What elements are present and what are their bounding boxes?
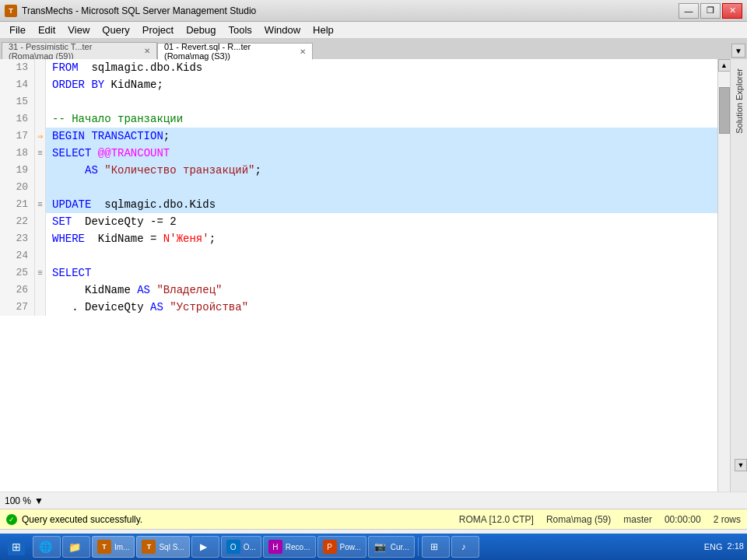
line-number-20: 20 [0,179,35,196]
code-lines: 13 FROM sqlmagic.dbo.Kids 14 ORDER BY Ki… [0,59,717,316]
code-line-13: 13 FROM sqlmagic.dbo.Kids [0,59,717,76]
line-number-24: 24 [0,247,35,264]
taskbar-cam-label: Cur... [391,543,409,551]
menu-query[interactable]: Query [96,23,135,37]
line-content-18[interactable]: SELECT @@TRANCOUNT [46,145,717,162]
line-content-26[interactable]: KidName AS "Владелец" [46,282,717,299]
menu-edit[interactable]: Edit [32,23,61,37]
line-number-13: 13 [0,59,35,76]
line-content-14[interactable]: ORDER BY KidName; [46,76,717,93]
taskbar-hreco-label: Reco... [286,543,310,551]
hreco-icon: H [268,540,282,554]
code-line-26: 26 KidName AS "Владелец" [0,282,717,299]
tab-1[interactable]: 31 - Pessimistic T...ter (Roma\mag (59))… [2,42,157,59]
taskbar-start[interactable]: ⊞ [3,536,31,558]
line-number-25: 25 [0,264,35,282]
line-number-27: 27 [0,299,35,316]
scroll-down-button[interactable]: ▼ [735,459,747,471]
zoom-dropdown[interactable]: ▼ [34,495,44,506]
scroll-up-button[interactable]: ▲ [718,59,731,72]
taskbar-clock: 2:18 [728,541,744,551]
line-content-21[interactable]: UPDATE sqlmagic.dbo.Kids [46,196,717,213]
status-connection: Roma\mag (59) [546,514,611,525]
tab-bar: 31 - Pessimistic T...ter (Roma\mag (59))… [0,39,747,59]
ssms2-icon: T [142,540,156,554]
line-content-22[interactable]: SET DeviceQty -= 2 [46,213,717,230]
taskbar-hreco[interactable]: H Reco... [263,536,316,558]
line-number-16: 16 [0,110,35,128]
menu-help[interactable]: Help [307,23,340,37]
menu-window[interactable]: Window [258,23,307,37]
status-info: ROMA [12.0 CTP] Roma\mag (59) master 00:… [459,514,741,525]
line-content-17[interactable]: BEGIN TRANSACTION; [46,128,717,145]
line-content-25[interactable]: SELECT [46,264,717,282]
taskbar-ppt[interactable]: P Pow... [317,536,366,558]
taskbar-outlook[interactable]: O O... [221,536,261,558]
line-content-15[interactable] [46,93,717,110]
vertical-scrollbar[interactable]: ▲ ▼ [717,59,730,492]
status-text: Query executed successfully. [22,514,142,525]
code-line-15: 15 [0,93,717,110]
line-number-26: 26 [0,282,35,299]
restore-button[interactable]: ❐ [700,3,721,19]
line-content-24[interactable] [46,247,717,264]
line-indicator-18: ≡ [35,145,46,162]
code-editor[interactable]: 13 FROM sqlmagic.dbo.Kids 14 ORDER BY Ki… [0,59,717,492]
code-line-19: 19 AS "Количество транзакций"; [0,162,717,179]
tab-1-close[interactable]: ✕ [144,47,150,55]
tab-overflow-button[interactable]: ▼ [731,44,745,58]
close-button[interactable]: ✕ [722,3,742,19]
line-indicator-20 [35,179,46,196]
taskbar-ssms1[interactable]: T Im... [92,536,135,558]
line-indicator-26 [35,282,46,299]
line-number-23: 23 [0,230,35,247]
line-number-22: 22 [0,213,35,230]
taskbar-speaker[interactable]: ♪ [451,536,479,558]
ppt-icon: P [323,540,337,554]
line-indicator-19 [35,162,46,179]
ssms1-icon: T [97,540,111,554]
tab-2-label: 01 - Revert.sql - R...ter (Roma\mag (S3)… [164,42,293,61]
taskbar-cam[interactable]: 📷 Cur... [368,536,415,558]
code-line-22: 22 SET DeviceQty -= 2 [0,213,717,230]
status-time: 00:00:00 [665,514,701,525]
window-controls: — ❐ ✕ [679,3,742,19]
line-indicator-27 [35,299,46,316]
start-icon: ⊞ [8,538,25,555]
menu-file[interactable]: File [3,23,32,37]
line-content-23[interactable]: WHERE KidName = N'Женя'; [46,230,717,247]
cam-icon: 📷 [374,540,388,554]
line-content-20[interactable] [46,179,717,196]
taskbar-folder[interactable]: 📁 [62,536,90,558]
outlook-icon: O [226,540,240,554]
line-indicator-15 [35,93,46,110]
taskbar-misc1[interactable]: ⊞ [422,536,450,558]
line-indicator-22 [35,213,46,230]
solution-explorer-panel[interactable]: Solution Explorer [730,59,747,492]
menu-view[interactable]: View [61,23,96,37]
scroll-thumb[interactable] [719,87,730,134]
line-content-27[interactable]: . DeviceQty AS "Устройства" [46,299,717,316]
tab-2[interactable]: 01 - Revert.sql - R...ter (Roma\mag (S3)… [157,43,313,60]
menu-tools[interactable]: Tools [223,23,258,37]
tab-2-close[interactable]: ✕ [300,47,306,56]
code-line-27: 27 . DeviceQty AS "Устройства" [0,299,717,316]
line-indicator-25: ≡ [35,264,46,282]
solution-explorer-label[interactable]: Solution Explorer [735,68,744,134]
taskbar-ppt-label: Pow... [340,543,361,551]
taskbar: ⊞ 🌐 📁 T Im... T Sql S... ▶ O O... H Reco… [0,534,747,560]
minimize-button[interactable]: — [679,3,699,19]
tab-1-label: 31 - Pessimistic T...ter (Roma\mag (59)) [9,42,138,61]
menu-project[interactable]: Project [136,23,180,37]
taskbar-prog[interactable]: ▶ [191,536,219,558]
taskbar-ssms2[interactable]: T Sql S... [136,536,189,558]
line-indicator-23 [35,230,46,247]
taskbar-ie[interactable]: 🌐 [33,536,61,558]
zoom-bar: 100 % ▼ [0,492,747,509]
prog-icon: ▶ [197,540,211,554]
line-content-13[interactable]: FROM sqlmagic.dbo.Kids [46,59,717,76]
menu-bar: File Edit View Query Project Debug Tools… [0,22,747,39]
line-content-19[interactable]: AS "Количество транзакций"; [46,162,717,179]
menu-debug[interactable]: Debug [180,23,222,37]
line-content-16[interactable]: -- Начало транзакции [46,110,717,128]
